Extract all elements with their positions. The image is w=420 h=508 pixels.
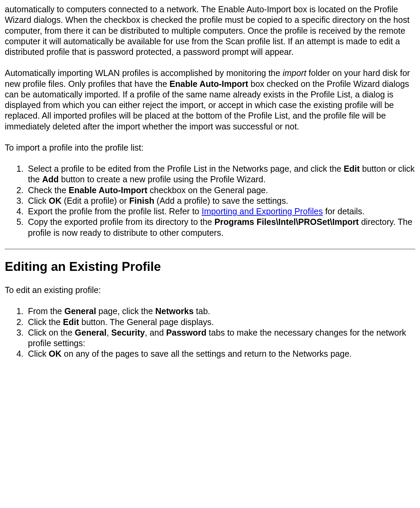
- list-item: Select a profile to be edited from the P…: [26, 164, 415, 185]
- bold-edit: Edit: [63, 317, 79, 327]
- text: Check the: [28, 185, 69, 195]
- list-item: Click OK (Edit a profile) or Finish (Add…: [26, 196, 415, 206]
- list-item: Export the profile from the profile list…: [26, 206, 415, 217]
- bold-password: Password: [166, 328, 206, 337]
- bold-general: General: [75, 328, 107, 337]
- text: Export the profile from the profile list…: [28, 206, 202, 216]
- paragraph-4: To edit an existing profile:: [5, 285, 415, 295]
- bold-ok: OK: [49, 349, 62, 358]
- italic-import: import: [283, 68, 306, 78]
- text: Automatically importing WLAN profiles is…: [5, 68, 283, 78]
- bold-enable-auto-import: Enable Auto-Import: [170, 79, 248, 89]
- text: (Add a profile) to save the settings.: [154, 196, 288, 205]
- text: ,: [107, 328, 111, 337]
- bold-path: Programs Files\Intel\PROSet\Import: [214, 217, 359, 227]
- text: From the: [28, 306, 64, 316]
- paragraph-1: automatically to computers connected to …: [5, 4, 415, 57]
- bold-general: General: [64, 306, 96, 316]
- text: Click the: [28, 317, 63, 327]
- text: checkbox on the General page.: [147, 185, 268, 195]
- text: on any of the pages to save all the sett…: [62, 349, 352, 358]
- bold-add: Add: [42, 174, 59, 184]
- bold-edit: Edit: [344, 164, 360, 173]
- link-importing-exporting-profiles[interactable]: Importing and Exporting Profiles: [202, 206, 323, 216]
- text: tab.: [193, 306, 210, 316]
- list-item: Check the Enable Auto-Import checkbox on…: [26, 185, 415, 196]
- text: Select a profile to be edited from the P…: [28, 164, 344, 173]
- edit-steps-list: From the General page, click the Network…: [5, 306, 415, 359]
- text: (Edit a profile) or: [62, 196, 129, 205]
- text: Copy the exported profile from its direc…: [28, 217, 214, 227]
- list-item: Click the Edit button. The General page …: [26, 317, 415, 327]
- text: for details.: [323, 206, 364, 216]
- bold-security: Security: [111, 328, 145, 337]
- divider: [5, 249, 415, 249]
- bold-networks: Networks: [155, 306, 194, 316]
- text: Click: [28, 196, 49, 205]
- text: button to create a new profile using the…: [59, 174, 265, 184]
- paragraph-2: Automatically importing WLAN profiles is…: [5, 68, 415, 132]
- bold-enable-auto-import: Enable Auto-Import: [69, 185, 147, 195]
- list-item: Click on the General, Security, and Pass…: [26, 327, 415, 349]
- list-item: Copy the exported profile from its direc…: [26, 217, 415, 238]
- list-item: From the General page, click the Network…: [26, 306, 415, 317]
- import-steps-list: Select a profile to be edited from the P…: [5, 164, 415, 238]
- bold-finish: Finish: [129, 196, 154, 205]
- text: page, click the: [96, 306, 155, 316]
- text: Click: [28, 349, 49, 358]
- bold-ok: OK: [49, 196, 62, 205]
- paragraph-3: To import a profile into the profile lis…: [5, 142, 415, 153]
- text: Click on the: [28, 328, 75, 337]
- list-item: Click OK on any of the pages to save all…: [26, 349, 415, 359]
- text: , and: [145, 328, 166, 337]
- heading-editing-existing-profile: Editing an Existing Profile: [5, 259, 415, 275]
- text: button. The General page displays.: [79, 317, 214, 327]
